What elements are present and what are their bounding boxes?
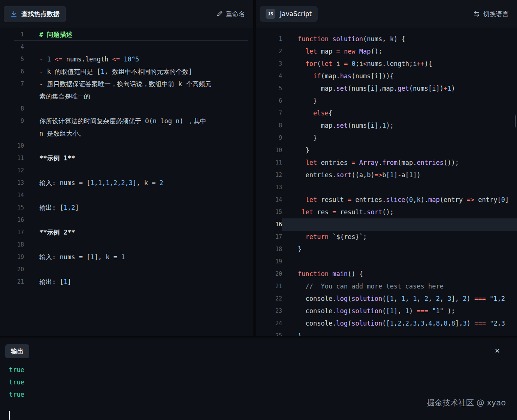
code-line[interactable]: 18} [256,243,517,256]
markdown-line[interactable]: 10 [0,140,253,152]
code-line[interactable]: 15 let res = result.sort(); [256,206,517,218]
code-line[interactable]: 20function main() { [256,268,517,280]
code-line[interactable]: 25} [256,330,517,336]
line-number: 8 [0,103,24,115]
line-content: - 1 <= nums.length <= 10^5 [24,53,253,66]
line-number: 17 [0,226,24,239]
code-line[interactable]: 17 return `${res}`; [256,231,517,243]
markdown-line[interactable]: 7- 题目数据保证答案唯一，换句话说，数组中前 k 个高频元 [0,78,253,90]
markdown-line[interactable]: 11**示例 1** [0,152,253,164]
markdown-line[interactable]: 素的集合是唯一的 [0,90,253,103]
line-content: 输出: [1,2] [24,202,253,214]
markdown-line[interactable]: 4 [0,41,253,53]
code-line[interactable]: 10 } [256,144,517,157]
code-line[interactable]: 5 map.set(nums[i],map.get(nums[i])+1) [256,82,517,95]
markdown-line[interactable]: 15输出: [1,2] [0,202,253,214]
line-number: 5 [256,82,282,95]
line-content: map.set(nums[i],map.get(nums[i])+1) [282,82,517,95]
line-content [282,181,517,194]
code-line[interactable]: 22 console.log(solution([1, 1, 1, 2, 2, … [256,293,517,305]
line-content: function solution(nums, k) { [282,33,517,45]
code-line[interactable]: 19 [256,256,517,268]
output-line: true [9,389,24,401]
line-number: 12 [0,164,24,177]
code-line[interactable]: 2 let map = new Map(); [256,45,517,58]
markdown-line[interactable]: 12 [0,164,253,177]
line-content: console.log(solution([1, 1, 1, 2, 2, 3],… [282,293,517,305]
line-content: } [282,95,517,107]
code-line[interactable]: 13 [256,181,517,194]
code-line[interactable]: 6 } [256,95,517,107]
rename-button[interactable]: 重命名 [216,10,245,18]
code-line[interactable]: 23 console.log(solution([1], 1) === "1" … [256,305,517,317]
output-tab[interactable]: 输出 [5,344,29,358]
text-cursor [9,411,10,420]
code-line[interactable]: 16 [256,218,517,231]
switch-language-button[interactable]: 切换语言 [473,10,509,18]
line-number [0,90,24,103]
output-line: true [9,364,24,376]
markdown-line[interactable]: 14 [0,189,253,202]
code-line[interactable]: 8 map.set(nums[i],1); [256,120,517,132]
code-editor[interactable]: 1function solution(nums, k) {2 let map =… [256,28,517,336]
line-number: 11 [0,152,24,164]
line-number: 8 [256,120,282,132]
markdown-editor[interactable]: 1# 问题描述45- 1 <= nums.length <= 10^56- k … [0,28,253,336]
line-number: 14 [0,189,24,202]
code-line[interactable]: 11 let entries = Array.from(map.entries(… [256,157,517,169]
code-line[interactable]: 7 else{ [256,107,517,120]
markdown-line[interactable]: 5- 1 <= nums.length <= 10^5 [0,53,253,66]
line-content: console.log(solution([1,2,2,3,3,4,8,8,8]… [282,317,517,330]
line-content: 输入: nums = [1], k = 1 [24,251,253,263]
line-number: 22 [256,293,282,305]
line-content [282,256,517,268]
code-playground: 查找热点数据 重命名 1# 问题描述45- 1 <= nums.length <… [0,0,517,420]
line-content: } [282,132,517,144]
markdown-panel: 查找热点数据 重命名 1# 问题描述45- 1 <= nums.length <… [0,0,253,336]
watermark: 掘金技术社区 @ xyao [427,398,506,408]
markdown-line[interactable]: 13输入: nums = [1,1,1,2,2,3], k = 2 [0,177,253,189]
scrollbar-thumb[interactable] [515,115,516,127]
code-line[interactable]: 14 let result = entries.slice(0,k).map(e… [256,194,517,206]
line-number: 1 [0,28,24,41]
markdown-line[interactable]: 21输出: [1] [0,276,253,288]
line-number: 10 [0,140,24,152]
line-number: 17 [256,231,282,243]
code-line[interactable]: 9 } [256,132,517,144]
close-icon[interactable]: × [495,347,500,355]
file-title-button[interactable]: 查找热点数据 [4,6,66,22]
line-content: } [282,243,517,256]
line-content: 素的集合是唯一的 [24,90,253,103]
markdown-line[interactable]: 20 [0,263,253,276]
line-content: n 是数组大小。 [24,127,253,140]
line-number: 20 [256,268,282,280]
line-content [24,263,253,276]
markdown-line[interactable]: 1# 问题描述 [0,28,253,41]
markdown-line[interactable]: 6- k 的取值范围是 [1, 数组中不相同的元素的个数] [0,66,253,78]
line-number: 16 [0,214,24,226]
line-number: 25 [256,330,282,336]
markdown-line[interactable]: n 是数组大小。 [0,127,253,140]
markdown-line[interactable]: 18 [0,239,253,251]
markdown-line[interactable]: 17**示例 2** [0,226,253,239]
line-content: - 题目数据保证答案唯一，换句话说，数组中前 k 个高频元 [24,78,253,90]
line-number: 9 [256,132,282,144]
code-line[interactable]: 12 entries.sort((a,b)=>b[1]-a[1]) [256,169,517,181]
code-line[interactable]: 1function solution(nums, k) { [256,33,517,45]
code-line[interactable]: 24 console.log(solution([1,2,2,3,3,4,8,8… [256,317,517,330]
language-badge[interactable]: JS JavaScript [260,6,318,22]
line-content: entries.sort((a,b)=>b[1]-a[1]) [282,169,517,181]
markdown-line[interactable]: 19输入: nums = [1], k = 1 [0,251,253,263]
markdown-line[interactable]: 8 [0,103,253,115]
line-number: 23 [256,305,282,317]
markdown-line[interactable]: 16 [0,214,253,226]
line-content: for(let i = 0;i<nums.length;i++){ [282,58,517,70]
line-number: 5 [0,53,24,66]
line-content: let entries = Array.from(map.entries()); [282,157,517,169]
code-line[interactable]: 21 // You can add more test cases here [256,280,517,293]
line-number: 13 [0,177,24,189]
code-line[interactable]: 3 for(let i = 0;i<nums.length;i++){ [256,58,517,70]
markdown-line[interactable]: 9你所设计算法的时间复杂度必须优于 O(n log n) ，其中 [0,115,253,127]
code-line[interactable]: 4 if(map.has(nums[i])){ [256,70,517,82]
line-number: 18 [0,239,24,251]
